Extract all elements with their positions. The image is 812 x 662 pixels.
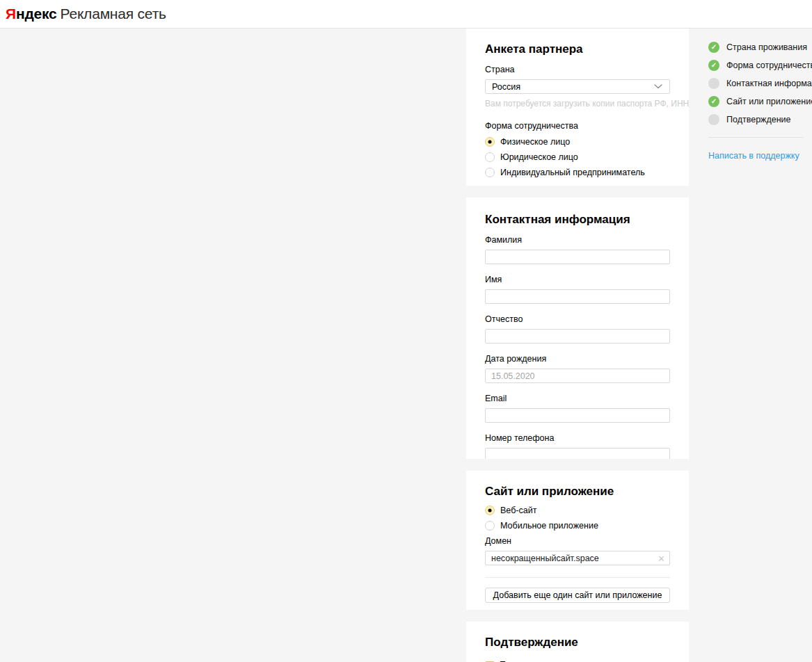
radio-label: Мобильное приложение [500, 521, 598, 531]
top-header: ЯндексРекламная сеть [0, 0, 812, 29]
radio-mobile-app[interactable]: Мобильное приложение [485, 521, 670, 531]
email-input[interactable] [485, 408, 670, 423]
support-link[interactable]: Написать в поддержку [708, 151, 799, 161]
logo-accent-letter: Я [6, 6, 16, 22]
radio-icon [485, 521, 495, 531]
phone-input[interactable] [485, 448, 670, 459]
page-content: Анкета партнера Страна Россия Вам потреб… [0, 29, 812, 662]
step-status-icon [708, 60, 719, 71]
radio-icon [485, 137, 495, 147]
country-hint-text: Вам потребуется загрузить копии паспорта… [485, 99, 670, 108]
site-or-app-card: Сайт или приложение Веб-сайт Мобильное п… [466, 471, 689, 610]
lastname-input[interactable] [485, 250, 670, 264]
radio-legal-entity[interactable]: Юридическое лицо [485, 152, 670, 162]
phone-label: Номер телефона [485, 433, 670, 443]
cooperation-form-label: Форма сотрудничества [485, 121, 670, 131]
country-label: Страна [485, 65, 670, 74]
step-label: Сайт или приложение [726, 97, 812, 106]
logo-product-name: Рекламная сеть [61, 6, 166, 22]
domain-input-wrap: ✕ [485, 551, 670, 565]
field-group-patronymic: Отчество [485, 314, 670, 344]
radio-label: Юридическое лицо [500, 152, 578, 162]
confirmation-card: Подтверждение Получать рассылку с полезн… [466, 622, 689, 662]
step-contact-info: Контактная информация [708, 78, 812, 89]
firstname-label: Имя [485, 275, 670, 284]
partner-form-card: Анкета партнера Страна Россия Вам потреб… [466, 29, 689, 186]
radio-icon [485, 168, 495, 177]
birthdate-input[interactable] [485, 369, 670, 383]
radio-label: Физическое лицо [500, 137, 570, 147]
step-label: Подтверждение [726, 115, 791, 124]
domain-label: Домен [485, 536, 670, 546]
radio-icon [485, 152, 495, 162]
step-status-icon [708, 78, 719, 89]
form-column: Анкета партнера Страна Россия Вам потреб… [466, 29, 689, 662]
lastname-label: Фамилия [485, 235, 670, 245]
radio-label: Веб-сайт [500, 506, 536, 515]
add-site-button[interactable]: Добавить еще один сайт или приложение [485, 588, 670, 603]
field-group-phone: Номер телефона [485, 433, 670, 459]
chevron-down-icon [654, 84, 662, 89]
partner-card-title: Анкета партнера [485, 42, 670, 56]
firstname-input[interactable] [485, 289, 670, 304]
step-cooperation: Форма сотрудничества [708, 60, 812, 71]
step-country: Страна проживания [708, 42, 812, 53]
step-status-icon [708, 42, 719, 53]
contact-card-title: Контактная информация [485, 213, 670, 227]
contact-info-card: Контактная информация Фамилия Имя Отчест… [466, 197, 689, 459]
step-site-or-app: Сайт или приложение [708, 96, 812, 107]
divider [708, 137, 804, 138]
step-label: Страна проживания [726, 42, 807, 52]
step-status-icon [708, 114, 719, 125]
domain-input[interactable] [485, 551, 670, 565]
patronymic-input[interactable] [485, 329, 670, 344]
steps-sidebar: Страна проживания Форма сотрудничества К… [708, 29, 812, 662]
radio-website[interactable]: Веб-сайт [485, 506, 670, 515]
radio-icon [485, 506, 495, 515]
step-label: Контактная информация [726, 79, 812, 88]
patronymic-label: Отчество [485, 314, 670, 324]
step-confirmation: Подтверждение [708, 114, 812, 125]
confirm-card-title: Подтверждение [485, 636, 670, 649]
country-select[interactable]: Россия [485, 79, 670, 94]
divider [485, 577, 670, 578]
step-label: Форма сотрудничества [726, 60, 812, 70]
radio-sole-proprietor[interactable]: Индивидуальный предприниматель [485, 168, 670, 177]
country-select-value: Россия [492, 82, 520, 92]
radio-label: Индивидуальный предприниматель [500, 168, 645, 177]
birthdate-label: Дата рождения [485, 354, 670, 364]
clear-input-icon[interactable]: ✕ [658, 554, 665, 563]
left-empty-area [0, 29, 466, 662]
field-group-email: Email [485, 394, 670, 423]
radio-individual-person[interactable]: Физическое лицо [485, 137, 670, 147]
field-group-firstname: Имя [485, 275, 670, 304]
field-group-birthdate: Дата рождения [485, 354, 670, 383]
email-label: Email [485, 394, 670, 403]
site-card-title: Сайт или приложение [485, 485, 670, 499]
step-status-icon [708, 96, 719, 107]
yandex-logo[interactable]: ЯндексРекламная сеть [6, 6, 166, 22]
field-group-lastname: Фамилия [485, 235, 670, 264]
logo-brand: ндекс [16, 6, 57, 22]
